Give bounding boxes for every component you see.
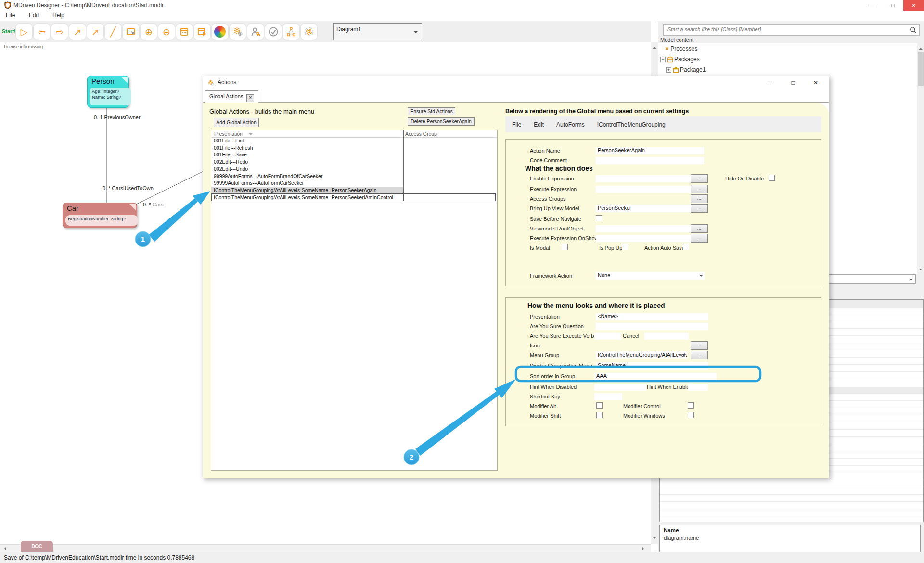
cancel-verb-input[interactable] — [644, 333, 689, 340]
expand-expander[interactable]: + — [666, 67, 671, 73]
preview-menu-file[interactable]: File — [512, 121, 521, 128]
collapse-expander[interactable]: − — [660, 57, 666, 62]
viewmodel-rootobject-input[interactable] — [596, 225, 704, 232]
dialog-close-button[interactable]: ✕ — [806, 76, 826, 90]
tab-close-icon[interactable]: X — [246, 94, 254, 102]
menu-group-ellipsis-button[interactable]: ... — [691, 351, 708, 359]
zoom-out-button[interactable]: ⊖ — [158, 24, 175, 40]
column-access-group[interactable]: Access Group — [405, 131, 437, 137]
class-box-person[interactable]: Person Age: Integer? Name: String? — [87, 76, 129, 108]
code-comment-input[interactable] — [596, 157, 704, 164]
action-name-input[interactable]: PersonSeekerAgain — [596, 147, 704, 154]
sort-order-input[interactable]: AAA — [594, 373, 717, 380]
column-presentation[interactable]: Presentation — [214, 131, 243, 137]
dialog-maximize-button[interactable]: □ — [783, 76, 803, 90]
add-global-action-button[interactable]: Add Global Action — [214, 118, 259, 127]
framework-action-dropdown[interactable]: None — [596, 272, 705, 280]
window-minimize-button[interactable]: — — [862, 0, 883, 11]
bring-up-view-model-dropdown[interactable]: PersonSeeker — [596, 205, 705, 212]
list-item[interactable]: IControlTheMenuGrouping/AtAllLevels-Some… — [211, 194, 498, 201]
presentation-input[interactable]: <Name> — [596, 313, 708, 320]
execute-expression-onshow-ellipsis-button[interactable]: ... — [691, 234, 708, 243]
menu-help[interactable]: Help — [47, 11, 70, 20]
redo-button[interactable]: ⇨ — [51, 24, 68, 40]
run-button[interactable]: ▷ — [16, 24, 32, 40]
scroll-up-icon[interactable] — [919, 46, 923, 50]
bring-up-view-model-ellipsis-button[interactable]: ... — [691, 204, 708, 213]
menu-group-dropdown[interactable]: IControlTheMenuGrouping/AtAllLevels — [596, 351, 687, 359]
access-groups-ellipsis-button[interactable]: ... — [691, 194, 708, 203]
shortcut-key-input[interactable] — [594, 393, 622, 400]
modifier-alt-checkbox[interactable] — [596, 402, 603, 409]
validate-button[interactable] — [265, 24, 282, 40]
window-maximize-button[interactable]: □ — [883, 0, 903, 11]
color-wheel-button[interactable] — [212, 24, 228, 40]
search-box[interactable] — [663, 24, 920, 36]
enable-expression-ellipsis-button[interactable]: ... — [691, 174, 708, 183]
dialog-minimize-button[interactable]: — — [760, 76, 781, 90]
canvas-horizontal-scrollbar[interactable] — [0, 544, 651, 552]
list-item[interactable]: 001File---Refresh — [211, 144, 498, 152]
enable-expression-input[interactable] — [596, 175, 704, 182]
tab-global-actions[interactable]: Global ActionsX — [205, 90, 258, 103]
list-item[interactable]: 99999AutoForms---AutoFormBrandOfCarSeeke… — [211, 173, 498, 180]
list-item[interactable]: 001File---Save — [211, 151, 498, 158]
autoform-window-button[interactable] — [176, 24, 192, 40]
doc-tab[interactable]: DOC — [21, 541, 53, 552]
ensure-std-actions-button[interactable]: Ensure Std Actions — [408, 107, 455, 115]
execute-expression-onshow-input[interactable] — [596, 235, 704, 242]
settings-gears-button[interactable] — [230, 24, 246, 40]
search-input[interactable] — [667, 26, 904, 33]
scroll-down-icon[interactable] — [919, 269, 923, 272]
scrollbar-thumb[interactable] — [918, 52, 924, 86]
association-tool-button[interactable]: ↗ — [69, 24, 86, 40]
pattern-nodes-button[interactable] — [283, 24, 299, 40]
class-box-car[interactable]: Car RegistrationNumber: String? — [63, 203, 137, 228]
refactor-target-button[interactable] — [301, 24, 317, 40]
run-viewmodel-button[interactable] — [194, 24, 210, 40]
preview-menu-grouping[interactable]: IControlTheMenuGrouping — [597, 121, 666, 128]
are-you-sure-execute-verb-input[interactable] — [594, 333, 621, 340]
zoom-in-button[interactable]: ⊕ — [141, 24, 157, 40]
menu-edit[interactable]: Edit — [23, 11, 45, 20]
hide-on-disable-checkbox[interactable] — [769, 175, 775, 181]
tree-scrollbar[interactable] — [917, 43, 924, 274]
list-item[interactable]: 99999AutoForms---AutoFormCarSeeker — [211, 179, 498, 187]
scroll-down-icon[interactable] — [653, 537, 656, 541]
preview-menu-autoforms[interactable]: AutoForms — [556, 121, 585, 128]
preview-menu-edit[interactable]: Edit — [534, 121, 544, 128]
modifier-control-checkbox[interactable] — [688, 402, 694, 409]
diagram-selector[interactable]: Diagram1 — [333, 23, 422, 40]
delete-personseekeragain-button[interactable]: Delete PersonSeekerAgain — [408, 117, 475, 126]
filter-icon[interactable] — [249, 133, 253, 137]
execute-expression-ellipsis-button[interactable]: ... — [691, 185, 708, 193]
access-groups-button[interactable] — [247, 24, 264, 40]
viewmodel-rootobject-ellipsis-button[interactable]: ... — [691, 224, 708, 233]
menu-file[interactable]: File — [0, 11, 21, 20]
list-item-selected[interactable]: IControlTheMenuGrouping/AtAllLevels-Some… — [211, 187, 498, 194]
icon-ellipsis-button[interactable]: ... — [691, 341, 708, 350]
scroll-right-icon[interactable] — [642, 547, 646, 550]
frame-select-button[interactable] — [123, 24, 139, 40]
save-before-navigate-checkbox[interactable] — [596, 215, 602, 221]
list-item[interactable]: 002Edit---Undo — [211, 166, 498, 173]
hint-when-enabled-input[interactable] — [688, 384, 708, 391]
list-item[interactable]: 001File---Exit — [211, 137, 498, 144]
dialog-titlebar[interactable]: Actions — □ ✕ — [203, 76, 829, 90]
are-you-sure-question-input[interactable] — [596, 323, 708, 330]
undo-button[interactable]: ⇦ — [34, 24, 50, 40]
directed-association-tool-button[interactable]: ↗ — [87, 24, 103, 40]
global-actions-list[interactable]: Presentation Access Group 001File---Exit… — [211, 130, 498, 471]
modifier-windows-checkbox[interactable] — [688, 412, 694, 418]
scroll-up-icon[interactable] — [653, 45, 656, 49]
dashed-line-tool-button[interactable]: ╱ — [105, 24, 121, 40]
list-item[interactable]: 002Edit---Redo — [211, 158, 498, 166]
is-modal-checkbox[interactable] — [562, 244, 568, 250]
window-close-button[interactable]: ✕ — [903, 0, 924, 11]
hint-when-disabled-input[interactable] — [594, 384, 646, 391]
start-button[interactable]: Start! — [2, 28, 16, 34]
modifier-shift-checkbox[interactable] — [596, 412, 603, 418]
scroll-left-icon[interactable] — [2, 547, 6, 550]
action-auto-saves-checkbox[interactable] — [683, 244, 689, 250]
name-property-value[interactable]: diagram.name — [664, 535, 699, 541]
